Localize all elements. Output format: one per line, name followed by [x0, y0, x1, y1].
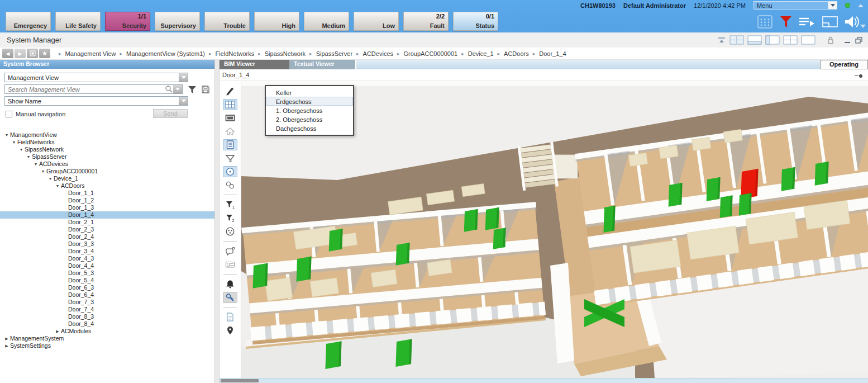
chevron-down-icon[interactable]	[173, 85, 182, 93]
tree-item-door_2_1[interactable]: Door_2_1	[0, 219, 214, 226]
report-document-icon[interactable]	[223, 311, 237, 323]
tree-expander-icon[interactable]: ▼	[3, 131, 10, 139]
save-icon[interactable]	[201, 85, 210, 94]
tree-item-door_5_4[interactable]: Door_5_4	[0, 277, 214, 284]
tree-item-door_4_3[interactable]: Door_4_3	[0, 255, 214, 262]
door-marker-ok[interactable]	[815, 162, 829, 186]
breadcrumb-item[interactable]: FieldNetworks	[216, 50, 255, 57]
breadcrumb-item[interactable]: SipassServer	[316, 50, 352, 57]
door-marker-ok[interactable]	[464, 209, 478, 232]
home-view-icon[interactable]	[223, 126, 237, 137]
markup-pen-icon[interactable]	[223, 86, 237, 97]
key-unlock-icon[interactable]	[223, 292, 237, 303]
collapse-header-icon[interactable]	[858, 4, 864, 7]
tree-item-door_7_3[interactable]: Door_7_3	[0, 299, 214, 306]
tree-expander-icon[interactable]: ▶	[3, 335, 10, 342]
tab-bim-viewer[interactable]: BIM Viewer	[220, 60, 289, 69]
expand-icon[interactable]	[860, 25, 866, 28]
floor-option-1-obergeschoss[interactable]: 1. Obergeschoss	[266, 106, 353, 115]
panel-splitter[interactable]	[215, 60, 220, 383]
focus-target-icon[interactable]	[223, 166, 237, 177]
layout-bottom-icon[interactable]	[747, 35, 762, 45]
speaker-icon[interactable]	[845, 15, 860, 29]
tree-item-managementsystem[interactable]: ▶ManagementSystem	[0, 335, 214, 342]
tree-item-door_1_3[interactable]: Door_1_3	[0, 204, 214, 211]
door-marker-ok[interactable]	[603, 206, 615, 233]
alarm-button-fault[interactable]: 2/2Fault	[403, 12, 449, 31]
send-button[interactable]: Send	[153, 109, 188, 118]
alarm-button-trouble[interactable]: Trouble	[204, 12, 250, 31]
back-button[interactable]: ◀	[2, 49, 13, 58]
floor-option-keller[interactable]: Keller	[266, 88, 353, 97]
door-marker-ok[interactable]	[739, 193, 752, 216]
tree-item-door_2_3[interactable]: Door_2_3	[0, 226, 214, 233]
tree-item-systemsettings[interactable]: ▶SystemSettings	[0, 342, 214, 349]
category-dots-icon[interactable]	[223, 226, 237, 237]
tree-item-sipassserver[interactable]: ▼SipassServer	[0, 153, 214, 160]
tree-item-acdevices[interactable]: ▼ACDevices	[0, 160, 214, 168]
floor-option-dachgeschoss[interactable]: Dachgeschoss	[266, 124, 353, 133]
tree-item-door_7_4[interactable]: Door_7_4	[0, 306, 214, 313]
tree-expander-icon[interactable]: ▼	[47, 175, 54, 182]
horizontal-scrollbar[interactable]	[220, 378, 868, 383]
tab-textual-viewer[interactable]: Textual Viewer	[289, 60, 355, 69]
tree-expander-icon[interactable]: ▼	[18, 146, 25, 153]
collapse-pane-icon[interactable]	[717, 36, 726, 45]
view-cone-icon[interactable]	[223, 153, 237, 164]
bim-scene-viewport[interactable]: KellerErdgeschoss1. Obergeschoss2. Oberg…	[241, 81, 868, 378]
link-objects-icon[interactable]	[223, 179, 237, 191]
tree-item-sipassnetwork[interactable]: ▼SipassNetwork	[0, 146, 214, 153]
breadcrumb-item[interactable]: Management View	[65, 50, 116, 57]
tree-item-door_3_4[interactable]: Door_3_4	[0, 248, 214, 255]
tree-expander-icon[interactable]: ▶	[3, 342, 10, 349]
alarm-button-status[interactable]: 0/1Status	[453, 12, 498, 31]
restore-icon[interactable]	[855, 36, 864, 45]
breadcrumb-item[interactable]: SipassNetwork	[265, 50, 306, 57]
breadcrumb-item[interactable]: Device_1	[468, 50, 494, 57]
breadcrumb-item[interactable]: Door_1_4	[539, 50, 566, 57]
search-field[interactable]	[4, 84, 183, 94]
tree-item-door_5_3[interactable]: Door_5_3	[0, 269, 214, 277]
view-selector-dropdown[interactable]: Management View	[4, 73, 188, 82]
alarm-button-low[interactable]: Low	[354, 12, 399, 31]
menu-dropdown[interactable]: Menu	[753, 1, 837, 10]
tree-item-door_2_4[interactable]: Door_2_4	[0, 233, 214, 240]
alarm-bell-icon[interactable]	[223, 278, 237, 290]
tree-expander-icon[interactable]: ▼	[40, 168, 46, 175]
tree-item-groupacc0000001[interactable]: ▼GroupACC0000001	[0, 168, 214, 175]
breadcrumb-item[interactable]: GroupACC0000001	[404, 50, 458, 57]
door-marker-ok[interactable]	[297, 256, 312, 281]
floor-option-2-obergeschoss[interactable]: 2. Obergeschoss	[266, 115, 353, 124]
scrollbar-thumb[interactable]	[221, 379, 259, 382]
tree-item-acdoors[interactable]: ▼ACDoors	[0, 182, 214, 190]
tree-expander-icon[interactable]: ▼	[54, 182, 61, 190]
display-mode-dropdown[interactable]: Show Name	[4, 96, 188, 106]
filter-2-icon[interactable]: 2	[223, 212, 237, 224]
lock-icon[interactable]	[827, 36, 834, 45]
layout-quad-icon[interactable]	[783, 35, 798, 45]
tree-expander-icon[interactable]: ▶	[54, 328, 61, 335]
search-icon[interactable]	[165, 85, 173, 93]
alarm-button-security[interactable]: 1/1Security	[105, 12, 150, 31]
door-marker-ok[interactable]	[325, 341, 341, 369]
tree-item-door_1_2[interactable]: Door_1_2	[0, 197, 214, 204]
tree-item-door_1_4[interactable]: Door_1_4	[0, 211, 214, 219]
door-marker-ok[interactable]	[720, 195, 733, 218]
manual-navigation-checkbox[interactable]	[6, 111, 12, 117]
alarm-button-medium[interactable]: Medium	[304, 12, 349, 31]
location-pin-icon[interactable]	[223, 325, 237, 336]
tree-item-fieldnetworks[interactable]: ▼FieldNetworks	[0, 139, 214, 146]
comment-icon[interactable]	[223, 245, 237, 257]
filter-icon[interactable]	[188, 85, 197, 94]
tree-item-door_6_4[interactable]: Door_6_4	[0, 291, 214, 299]
layout-single-icon[interactable]	[801, 35, 815, 45]
door-marker-ok[interactable]	[395, 339, 412, 367]
door-marker-ok[interactable]	[493, 228, 506, 249]
search-input[interactable]	[5, 86, 165, 93]
screen-view-icon[interactable]	[223, 112, 237, 124]
breadcrumb-item[interactable]: ACDevices	[363, 50, 393, 57]
tree-item-door_3_3[interactable]: Door_3_3	[0, 240, 214, 248]
grid-view-icon[interactable]	[223, 99, 237, 110]
breadcrumb-item[interactable]: ACDoors	[504, 50, 529, 57]
door-marker-ok[interactable]	[329, 229, 343, 252]
